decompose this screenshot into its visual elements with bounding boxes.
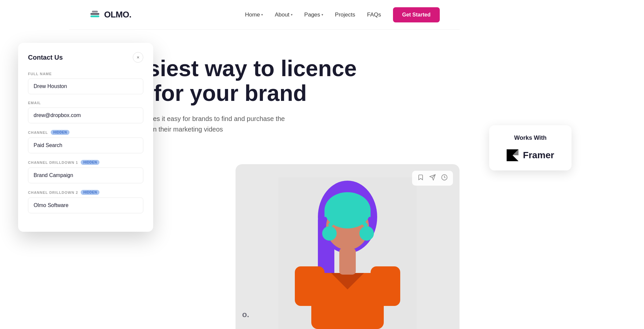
framer-logo: Framer [497, 149, 564, 161]
channel-drilldown-2-input[interactable] [28, 197, 143, 213]
full-name-group: FULL NAME [28, 72, 143, 94]
svg-rect-2 [92, 11, 98, 12]
nav-faqs[interactable]: FAQs [367, 12, 381, 18]
svg-rect-1 [91, 13, 99, 15]
svg-rect-0 [91, 15, 99, 17]
modal-title: Contact Us [28, 54, 63, 61]
svg-point-10 [359, 226, 374, 241]
logo[interactable]: OLMO. [89, 9, 131, 21]
bookmark-icon [417, 174, 424, 182]
bottom-logo: o. [242, 310, 249, 319]
modal-close-button[interactable]: × [133, 52, 143, 63]
home-chevron: ▾ [261, 13, 263, 16]
channel-drilldown-2-hidden-badge: Hidden [81, 190, 99, 195]
clock-icon [441, 174, 448, 182]
modal-header: Contact Us × [28, 52, 143, 63]
channel-drilldown-2-group: CHANNEL DRILLDOWN 2 Hidden [28, 190, 143, 213]
channel-drilldown-2-label: CHANNEL DRILLDOWN 2 Hidden [28, 190, 143, 195]
svg-rect-13 [371, 266, 400, 306]
hero-image-area: o. [236, 164, 460, 329]
hero-title: asiest way to licence c for your brand [135, 56, 440, 105]
works-with-title: Works With [497, 135, 564, 141]
logo-text: OLMO. [104, 10, 131, 20]
email-label: EMAIL [28, 101, 143, 105]
nav-pages[interactable]: Pages ▾ [304, 12, 323, 18]
pages-chevron: ▾ [322, 13, 323, 16]
channel-hidden-badge: Hidden [51, 130, 70, 135]
channel-drilldown-1-hidden-badge: Hidden [81, 160, 99, 165]
navbar: OLMO. Home ▾ About ▾ Pages ▾ Projects FA… [69, 0, 460, 30]
full-name-input[interactable] [28, 78, 143, 94]
send-icon [429, 174, 436, 182]
nav-links: Home ▾ About ▾ Pages ▾ Projects FAQs Get… [245, 7, 440, 22]
logo-icon [89, 9, 101, 21]
channel-label: CHANNEL Hidden [28, 130, 143, 135]
channel-drilldown-1-group: CHANNEL DRILLDOWN 1 Hidden [28, 160, 143, 183]
contact-modal: Contact Us × FULL NAME EMAIL CHANNEL Hid… [18, 43, 153, 232]
svg-rect-14 [339, 248, 356, 275]
hero-icon-bar [412, 171, 453, 186]
about-chevron: ▾ [291, 13, 293, 16]
nav-projects[interactable]: Projects [335, 12, 355, 18]
channel-input[interactable] [28, 137, 143, 153]
framer-icon [507, 149, 518, 161]
works-with-card: Works With Framer [489, 125, 572, 170]
get-started-button[interactable]: Get Started [393, 7, 440, 22]
email-group: EMAIL [28, 101, 143, 123]
nav-home[interactable]: Home ▾ [245, 12, 263, 18]
hero-description: e makes it easy for brands to find and p… [135, 113, 300, 135]
hero-person-illustration [278, 177, 417, 329]
nav-about[interactable]: About ▾ [275, 12, 292, 18]
channel-drilldown-1-input[interactable] [28, 167, 143, 183]
full-name-label: FULL NAME [28, 72, 143, 76]
svg-point-9 [322, 226, 337, 241]
channel-group: CHANNEL Hidden [28, 130, 143, 153]
channel-drilldown-1-label: CHANNEL DRILLDOWN 1 Hidden [28, 160, 143, 165]
framer-brand-name: Framer [523, 150, 554, 161]
svg-rect-12 [295, 266, 324, 306]
email-input[interactable] [28, 107, 143, 123]
